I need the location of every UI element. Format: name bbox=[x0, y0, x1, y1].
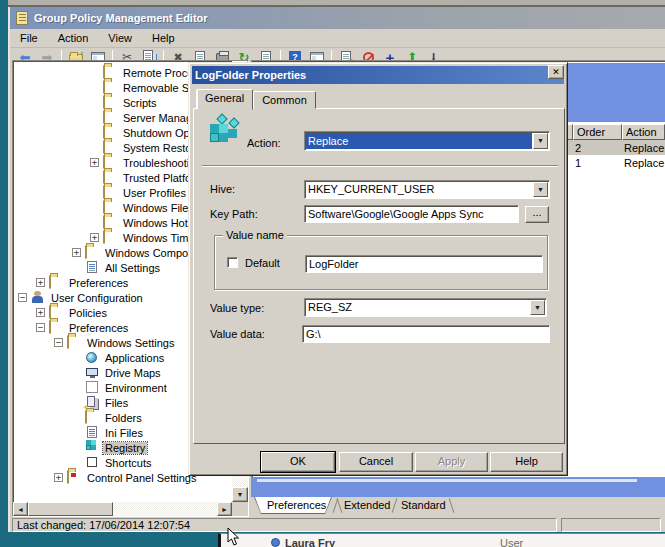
folder-icon bbox=[67, 336, 81, 349]
default-checkbox[interactable] bbox=[227, 257, 238, 268]
menu-bar: File Action View Help bbox=[10, 29, 665, 48]
folder-icon bbox=[49, 276, 63, 289]
menu-view[interactable]: View bbox=[108, 32, 132, 44]
action-label: Action: bbox=[247, 137, 281, 149]
tree-item-label[interactable]: Environment bbox=[103, 382, 169, 394]
tree-item-label[interactable]: Scripts bbox=[121, 97, 159, 109]
partial-text: Laura Fry bbox=[285, 537, 335, 547]
cancel-button[interactable]: Cancel bbox=[339, 452, 413, 472]
value-type-combobox[interactable]: REG_SZ ▼ bbox=[304, 298, 547, 317]
background-window-edge bbox=[8, 0, 665, 7]
dialog-close-button[interactable]: ✕ bbox=[548, 65, 564, 79]
tree-horizontal-scrollbar[interactable]: ◄ ► bbox=[13, 502, 232, 516]
tab-divider bbox=[392, 498, 398, 513]
collapse-icon[interactable]: − bbox=[18, 293, 27, 302]
collapse-icon[interactable]: − bbox=[36, 323, 45, 332]
tree-item-label[interactable]: Trusted Platfor bbox=[121, 172, 197, 184]
menu-file[interactable]: File bbox=[20, 32, 38, 44]
action-combobox[interactable]: Replace ▼ bbox=[304, 131, 550, 151]
tab-standard[interactable]: Standard bbox=[401, 499, 446, 511]
status-text: Last changed: 17/06/2014 12:07:54 bbox=[12, 518, 557, 532]
expand-icon[interactable]: + bbox=[90, 233, 99, 242]
tree-item-label[interactable]: Files bbox=[103, 397, 130, 409]
column-header-action[interactable]: Action bbox=[622, 124, 665, 140]
logfolder-properties-dialog: LogFolder Properties ✕ General Common Ac… bbox=[188, 62, 568, 476]
mouse-cursor bbox=[226, 527, 240, 547]
folder-icon bbox=[85, 246, 99, 259]
cell-order: 1 bbox=[575, 157, 581, 169]
default-label: Default bbox=[245, 257, 280, 269]
registry-item-icon bbox=[206, 117, 240, 151]
desktop: Group Policy Management Editor File Acti… bbox=[0, 0, 665, 547]
column-header-order[interactable]: Order bbox=[573, 124, 622, 140]
background-window-fragment: Laura Fry User bbox=[218, 533, 665, 547]
ok-button[interactable]: OK bbox=[261, 452, 335, 472]
apply-button[interactable]: Apply bbox=[415, 452, 488, 472]
view-tabs: Preferences Extended Standard bbox=[251, 497, 665, 516]
cell-order: 2 bbox=[575, 142, 581, 154]
separator bbox=[202, 165, 558, 167]
partial-text: User bbox=[500, 537, 523, 547]
value-data-label: Value data: bbox=[210, 328, 265, 340]
chevron-down-icon[interactable]: ▼ bbox=[533, 182, 548, 197]
tree-item-label[interactable]: Ini Files bbox=[103, 427, 145, 439]
chevron-down-icon[interactable]: ▼ bbox=[533, 133, 548, 149]
expand-icon[interactable]: + bbox=[54, 473, 63, 482]
tab-general[interactable]: General bbox=[196, 89, 253, 110]
tab-extended[interactable]: Extended bbox=[344, 499, 390, 511]
tab-common[interactable]: Common bbox=[253, 91, 316, 109]
tab-preferences[interactable]: Preferences bbox=[267, 499, 326, 511]
shortcuts-icon bbox=[85, 456, 99, 469]
expand-icon[interactable]: + bbox=[72, 248, 81, 257]
gpme-app-icon bbox=[16, 11, 28, 25]
scroll-right-button[interactable]: ► bbox=[217, 502, 232, 516]
key-path-label: Key Path: bbox=[210, 208, 258, 220]
tree-item-label[interactable]: User Profiles bbox=[121, 187, 188, 199]
help-button[interactable]: Help bbox=[490, 452, 563, 472]
tree-item-label[interactable]: Applications bbox=[103, 352, 166, 364]
user-icon bbox=[31, 291, 45, 304]
tree-item-label[interactable]: Shortcuts bbox=[103, 457, 153, 469]
expand-icon[interactable]: + bbox=[90, 158, 99, 167]
value-data-input[interactable]: G:\ bbox=[302, 325, 550, 343]
registry-icon bbox=[85, 441, 99, 454]
inifiles-icon bbox=[85, 426, 99, 439]
tree-item-label[interactable]: Control Panel Settings bbox=[85, 472, 198, 484]
scroll-down-button[interactable]: ▼ bbox=[232, 487, 248, 502]
tree-item-label[interactable]: User Configuration bbox=[49, 292, 145, 304]
key-path-input[interactable]: Software\Google\Google Apps Sync bbox=[304, 205, 519, 223]
dialog-titlebar[interactable]: LogFolder Properties bbox=[192, 66, 564, 84]
menu-help[interactable]: Help bbox=[152, 32, 175, 44]
folders-icon bbox=[85, 411, 99, 424]
tree-item-label[interactable]: Folders bbox=[103, 412, 144, 424]
window-titlebar[interactable]: Group Policy Management Editor bbox=[10, 7, 665, 29]
chevron-down-icon[interactable]: ▼ bbox=[530, 300, 545, 315]
value-name-input[interactable]: LogFolder bbox=[305, 255, 543, 273]
hive-combobox[interactable]: HKEY_CURRENT_USER ▼ bbox=[304, 180, 550, 199]
cpfolder-icon bbox=[67, 471, 81, 484]
tree-item-label[interactable]: Registry bbox=[103, 442, 147, 454]
tree-item-label[interactable]: Preferences bbox=[67, 277, 130, 289]
cell-action: Replace bbox=[624, 142, 664, 154]
tree-item-label[interactable]: Windows Settings bbox=[85, 337, 176, 349]
menu-action[interactable]: Action bbox=[58, 32, 89, 44]
value-name-group-label: Value name bbox=[223, 229, 287, 241]
value-type-label: Value type: bbox=[210, 302, 264, 314]
hscroll-thumb[interactable] bbox=[28, 502, 113, 516]
scroll-left-button[interactable]: ◄ bbox=[13, 502, 28, 516]
browse-button[interactable]: ... bbox=[525, 206, 549, 223]
scrollbar-corner bbox=[232, 502, 248, 516]
expand-icon[interactable]: + bbox=[36, 278, 45, 287]
dialog-general-page: Action: Replace ▼ Hive: HKEY_CURRENT_USE… bbox=[193, 108, 565, 444]
collapse-icon[interactable]: − bbox=[54, 338, 63, 347]
tree-item-label[interactable]: All Settings bbox=[103, 262, 162, 274]
value-name-groupbox: Value name Default LogFolder bbox=[214, 235, 548, 290]
applications-icon bbox=[85, 351, 99, 364]
tree-item-label[interactable]: Preferences bbox=[67, 322, 130, 334]
tree-item-label[interactable]: Policies bbox=[67, 307, 109, 319]
dialog-title: LogFolder Properties bbox=[195, 69, 306, 81]
expand-icon[interactable]: + bbox=[36, 308, 45, 317]
folder-icon bbox=[49, 321, 63, 334]
tree-item-label[interactable]: Drive Maps bbox=[103, 367, 163, 379]
tab-divider bbox=[337, 498, 343, 513]
